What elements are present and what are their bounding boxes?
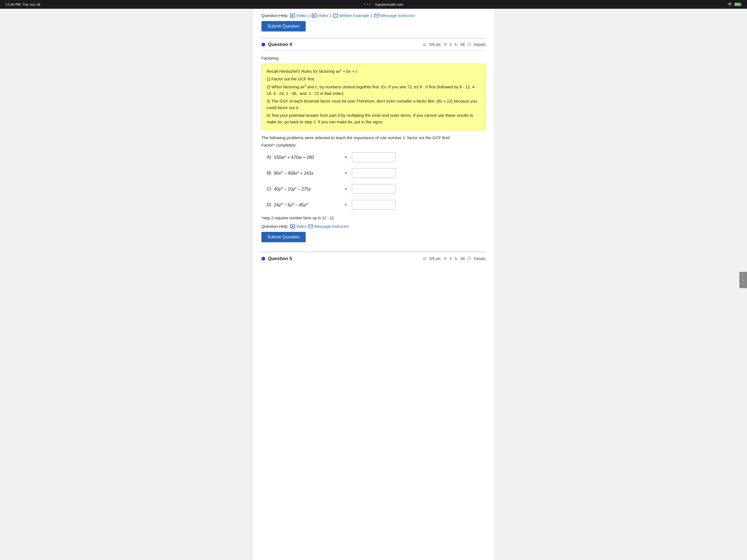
url-bar: myopenmath.com	[364, 2, 403, 6]
problem-expr-a: 150w2 + 470w + 280	[274, 154, 340, 160]
problem-expr-b: 90x3 − 459x2 + 243x	[274, 170, 340, 176]
bottom-video-link[interactable]: ▶ Video	[290, 224, 307, 229]
problem-row-a: A) 150w2 + 470w + 280 =	[261, 152, 486, 162]
factor-label: Factor* completely:	[261, 143, 486, 147]
eq-sign-b: =	[344, 171, 347, 176]
problem-row-c: C) 40y3 − 10y2 − 275y =	[261, 184, 486, 194]
bottom-submit-button[interactable]: Submit Question	[261, 232, 306, 242]
answer-input-a[interactable]	[352, 152, 396, 162]
bottom-help-label: Question Help:	[261, 224, 288, 229]
question4-meta: ☑ 0/8 pts ↺ 3 ↻ 99 ⓘ Details	[423, 42, 486, 47]
problem-letter-d: D)	[261, 202, 271, 207]
page-content: Question Help: ▶ Video 1 ▶ Video 2 ≡ Wri…	[253, 9, 494, 272]
q4-repeat-icon: ↻	[455, 42, 458, 47]
status-time: 11:44 PM Tue Jun 18	[5, 2, 40, 6]
answer-input-d[interactable]	[352, 200, 396, 210]
problem-row-b: B) 90x3 − 459x2 + 243x =	[261, 168, 486, 178]
svg-rect-3	[375, 14, 379, 17]
bottom-video-icon: ▶	[290, 225, 295, 228]
eq-sign-a: =	[344, 155, 347, 160]
svg-rect-4	[308, 225, 313, 228]
problem-row-d: D) 24z4 − 6z3 − 45z2 =	[261, 200, 486, 210]
bottom-question-help: Question Help: ▶ Video Message instructo…	[261, 224, 486, 229]
status-icons	[727, 2, 742, 6]
footnote: *step 2 requires number facts up to 12 ·…	[261, 216, 486, 220]
q4-info-icon: ⓘ	[467, 42, 471, 47]
problem-expr-c: 40y3 − 10y2 − 275y	[274, 186, 340, 192]
question5-title: Question 5	[261, 256, 292, 261]
q5-blue-dot	[261, 257, 265, 261]
status-bar: 11:44 PM Tue Jun 18 myopenmath.com	[0, 0, 747, 9]
written-example-icon: ≡	[333, 14, 338, 18]
q5-repeat-icon: ↻	[455, 256, 458, 261]
mail-icon	[374, 14, 379, 18]
video2-link[interactable]: ▶ Video 2	[312, 13, 332, 18]
battery-icon	[735, 2, 742, 6]
question5-meta: ☑ 0/8 pts ↺ 3 ↻ 99 ⓘ Details	[423, 256, 486, 261]
wifi-icon	[727, 2, 732, 6]
bottom-message-instructor-link[interactable]: Message instructor	[308, 224, 349, 229]
q4-blue-dot	[261, 43, 265, 47]
question4-title: Question 4	[261, 42, 292, 47]
q5-info-icon: ⓘ	[467, 256, 471, 261]
video1-link[interactable]: ▶ Video 1	[290, 13, 310, 18]
written-example-link[interactable]: ≡ Written Example 1	[333, 13, 372, 18]
question5-header: Question 5 ☑ 0/8 pts ↺ 3 ↻ 99 ⓘ Details	[261, 252, 486, 264]
problem-letter-a: A)	[261, 155, 271, 160]
svg-rect-1	[741, 4, 741, 5]
video1-icon: ▶	[290, 14, 295, 18]
problem-letter-b: B)	[261, 171, 271, 176]
top-question-help: Question Help: ▶ Video 1 ▶ Video 2 ≡ Wri…	[261, 13, 486, 18]
eq-sign-d: =	[344, 202, 347, 207]
factoring-label: Factoring	[261, 56, 486, 60]
bottom-mail-icon	[308, 225, 313, 228]
question4-header: Question 4 ☑ 0/8 pts ↺ 3 ↻ 99 ⓘ Details	[261, 38, 486, 51]
top-submit-button[interactable]: Submit Question	[261, 21, 306, 31]
answer-input-c[interactable]	[352, 184, 396, 194]
svg-rect-2	[735, 3, 740, 5]
top-message-instructor-link[interactable]: Message instructor	[374, 13, 415, 18]
eq-sign-c: =	[344, 186, 347, 192]
q4-retry-icon: ↺	[443, 42, 447, 47]
intro-text: The following problems were selected to …	[261, 135, 486, 140]
q4-check-icon: ☑	[423, 42, 427, 47]
q5-check-icon: ☑	[423, 256, 427, 261]
page-wrapper: Question Help: ▶ Video 1 ▶ Video 2 ≡ Wri…	[253, 9, 494, 560]
problem-expr-d: 24z4 − 6z3 − 45z2	[274, 202, 340, 207]
q5-retry-icon: ↺	[443, 256, 447, 261]
sidebar-handle[interactable]: ‹	[739, 272, 747, 288]
video2-icon: ▶	[312, 14, 317, 18]
hint-box: Recall Hentschel's Rules for factoring a…	[261, 64, 486, 130]
help-label: Question Help:	[261, 13, 288, 18]
problem-letter-c: C)	[261, 186, 271, 192]
answer-input-b[interactable]	[352, 168, 396, 178]
